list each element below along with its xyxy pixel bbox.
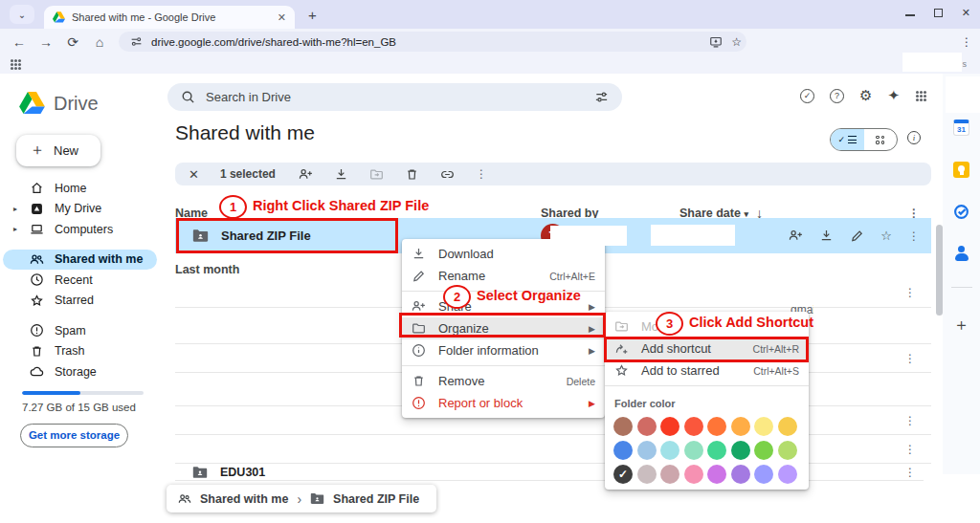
menu-item-report-or-block[interactable]: Report or block ▶ [402,392,605,414]
star-icon[interactable]: ☆ [880,229,892,243]
list-row-edu301[interactable]: EDU301 ⋮ [175,464,931,481]
color-swatch[interactable] [754,417,773,436]
browser-tab[interactable]: Shared with me - Google Drive ✕ [44,6,295,29]
more-actions-icon[interactable]: ⋮ [908,230,920,242]
gemini-icon[interactable]: ✦ [887,87,900,104]
color-swatch[interactable] [684,417,703,436]
color-swatch[interactable] [660,465,679,484]
link-icon[interactable] [440,167,455,182]
sidebar-item-trash[interactable]: Trash [3,341,157,362]
sidebar-item-shared-with-me[interactable]: Shared with me [3,250,157,271]
more-actions-icon[interactable]: ⋮ [904,287,916,298]
list-view-button[interactable]: ✓ [831,129,864,150]
menu-item-folder-information[interactable]: Folder information ▶ [402,339,605,361]
color-swatch[interactable] [613,417,633,436]
menu-item-add-shortcut[interactable]: Add shortcut Ctrl+Alt+R [605,338,809,360]
bookmark-star-icon[interactable]: ☆ [731,35,742,49]
add-apps-icon[interactable]: ＋ [953,314,969,336]
breadcrumb-root[interactable]: Shared with me [200,492,288,506]
color-swatch[interactable] [731,441,750,460]
color-swatch[interactable] [637,417,657,436]
color-swatch[interactable] [754,465,773,484]
sidebar-item-storage[interactable]: Storage [3,361,157,382]
menu-item-remove[interactable]: Remove Delete [402,370,605,392]
color-swatch[interactable] [778,465,797,484]
breadcrumb-current[interactable]: Shared ZIP File [333,492,419,506]
move-folder-icon[interactable] [369,167,384,182]
color-swatch[interactable] [637,465,657,484]
new-button[interactable]: ＋ New [16,135,100,166]
sidebar-item-computers[interactable]: ▸ Computers [3,219,157,240]
back-icon[interactable]: ← [8,34,31,50]
download-icon[interactable] [334,167,348,182]
contacts-icon[interactable] [954,246,969,261]
color-swatch[interactable] [637,441,657,460]
color-swatch[interactable] [707,441,726,460]
url-text[interactable]: drive.google.com/drive/shared-with-me?hl… [151,36,701,48]
forward-icon[interactable]: → [34,34,57,50]
settings-gear-icon[interactable]: ⚙ [859,87,872,104]
color-swatch[interactable] [778,417,797,436]
more-actions-icon[interactable]: ⋮ [904,353,916,364]
offline-status-icon[interactable]: ✓ [800,89,814,103]
color-swatch[interactable] [660,441,679,460]
color-swatch-selected[interactable] [613,465,633,484]
menu-item-download[interactable]: Download [402,243,605,265]
menu-item-rename[interactable]: Rename Ctrl+Alt+E [402,265,605,287]
expand-caret-icon[interactable]: ▸ [11,225,19,233]
tab-search-button[interactable]: ⌄ [10,5,34,24]
color-swatch[interactable] [707,417,726,436]
list-row[interactable]: ⋮ [175,435,931,464]
download-icon[interactable] [819,229,834,243]
search-options-icon[interactable] [594,90,609,104]
tab-close-icon[interactable]: ✕ [278,11,286,24]
color-swatch[interactable] [613,441,633,460]
sidebar-item-spam[interactable]: Spam [3,320,157,341]
address-bar[interactable]: drive.google.com/drive/shared-with-me?hl… [119,32,746,52]
google-apps-icon[interactable] [916,91,919,94]
install-app-icon[interactable] [709,35,723,49]
tasks-icon[interactable] [953,204,969,220]
grid-view-button[interactable] [864,129,898,150]
color-swatch[interactable] [731,465,750,484]
color-swatch[interactable] [754,441,773,460]
reload-icon[interactable]: ⟳ [61,34,84,50]
color-swatch[interactable] [778,441,797,460]
tab-groups-icon[interactable] [11,59,13,62]
share-person-add-icon[interactable] [789,229,803,243]
browser-menu-icon[interactable]: ⋮ [961,35,972,49]
get-more-storage-button[interactable]: Get more storage [20,424,128,447]
close-window-button[interactable]: ✕ [962,7,970,19]
more-actions-icon[interactable]: ⋮ [476,168,487,180]
sidebar-item-starred[interactable]: Starred [3,291,157,312]
menu-item-add-to-starred[interactable]: Add to starred Ctrl+Alt+S [605,360,809,381]
home-icon[interactable]: ⌂ [88,34,111,50]
new-tab-button[interactable]: + [308,7,317,23]
menu-item-organize[interactable]: Organize ▶ [402,317,605,339]
calendar-icon[interactable]: 31 [953,120,969,136]
sidebar-item-home[interactable]: Home [3,178,157,199]
expand-caret-icon[interactable]: ▸ [11,205,19,213]
sidebar-item-my-drive[interactable]: ▸ My Drive [3,199,157,220]
clear-selection-icon[interactable]: ✕ [189,167,199,182]
color-swatch[interactable] [731,417,750,436]
more-actions-icon[interactable]: ⋮ [904,467,916,478]
sidebar-item-recent[interactable]: Recent [3,270,157,291]
more-actions-icon[interactable]: ⋮ [904,444,916,455]
rename-pencil-icon[interactable] [850,229,864,243]
search-bar[interactable]: Search in Drive [167,83,622,111]
scrollbar-thumb[interactable] [936,225,943,316]
color-swatch[interactable] [684,441,703,460]
color-swatch[interactable] [660,417,679,436]
minimize-button[interactable] [905,14,915,16]
details-info-icon[interactable]: i [907,131,921,144]
color-swatch[interactable] [684,465,703,484]
maximize-button[interactable] [934,9,943,17]
help-icon[interactable]: ? [830,89,844,103]
keep-icon[interactable] [953,162,969,178]
more-actions-icon[interactable]: ⋮ [904,415,916,426]
search-input[interactable]: Search in Drive [206,90,584,104]
color-swatch[interactable] [707,465,726,484]
share-person-add-icon[interactable] [299,167,313,182]
trash-icon[interactable] [405,167,419,182]
